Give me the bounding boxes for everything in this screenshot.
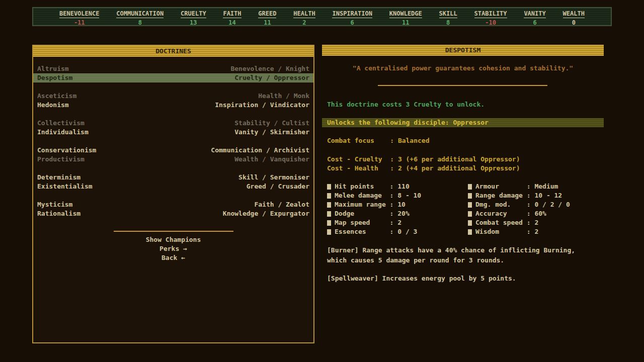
stat-label: FAITH bbox=[223, 10, 241, 18]
stat-value: 8 bbox=[446, 19, 450, 26]
stat-value: 11 bbox=[402, 19, 409, 26]
doctrine-row-altruism[interactable]: AltruismBenevolence / Knight bbox=[33, 64, 313, 73]
stat-value: 6 bbox=[533, 19, 536, 26]
doctrine-name: Rationalism bbox=[37, 209, 80, 218]
doctrine-name: Existentialism bbox=[37, 182, 93, 191]
doctrine-stat-disciple: Skill / Sermoniser bbox=[238, 173, 309, 182]
doctrine-row-determinism[interactable]: DeterminismSkill / Sermoniser bbox=[33, 173, 313, 182]
doctrine-group: CollectivismStability / CultistIndividua… bbox=[33, 119, 313, 137]
detail-panel-header: DESPOTISM bbox=[322, 45, 604, 56]
stat-label: KNOWLEDGE bbox=[389, 10, 422, 18]
doctrine-detail-panel: DESPOTISM "A centralised power guarantee… bbox=[322, 45, 604, 343]
doctrine-group: AltruismBenevolence / KnightDespotismCru… bbox=[33, 64, 313, 82]
doctrine-row-productivism[interactable]: ProductivismWealth / Vanquisher bbox=[33, 155, 313, 164]
disciple-stat-text: Armour : Medium bbox=[475, 182, 558, 191]
bullet-square-icon bbox=[468, 220, 472, 226]
doctrine-group: ConservationismCommunication / Archivist… bbox=[33, 146, 313, 164]
cost-lines: Cost - Cruelty : 3 (+6 per additional Op… bbox=[327, 155, 520, 173]
doctrine-stat-disciple: Inspiration / Vindicator bbox=[215, 101, 309, 110]
stat-label: GREED bbox=[258, 10, 276, 18]
bullet-square-icon bbox=[468, 202, 472, 208]
doctrine-row-asceticism[interactable]: AsceticismHealth / Monk bbox=[33, 92, 313, 101]
bullet-square-icon bbox=[468, 184, 472, 190]
stat-label: COMMUNICATION bbox=[116, 10, 164, 18]
disciple-stat-essences: Essences : 0 / 3 bbox=[327, 227, 421, 236]
stat-label: SKILL bbox=[439, 10, 457, 18]
menu-item-show-champions[interactable]: Show Champions bbox=[33, 235, 313, 244]
stat-stability: STABILITY-10 bbox=[474, 10, 507, 26]
game-screen: BENEVOLENCE-11COMMUNICATION8CRUELTY13FAI… bbox=[0, 0, 644, 362]
menu-item-back[interactable]: Back ← bbox=[33, 253, 313, 262]
doctrine-row-mysticism[interactable]: MysticismFaith / Zealot bbox=[33, 200, 313, 209]
doctrine-row-existentialism[interactable]: ExistentialismGreed / Crusader bbox=[33, 182, 313, 191]
doctrine-name: Despotism bbox=[37, 73, 72, 82]
doctrine-list: AltruismBenevolence / KnightDespotismCru… bbox=[33, 57, 313, 218]
bullet-square-icon bbox=[468, 211, 472, 217]
doctrine-name: Collectivism bbox=[37, 119, 85, 128]
stat-value: 8 bbox=[138, 19, 142, 26]
stat-wealth: WEALTH0 bbox=[563, 10, 585, 26]
cost-line-cost-health: Cost - Health : 2 (+4 per additional Opp… bbox=[327, 164, 520, 173]
detail-panel-title: DESPOTISM bbox=[445, 46, 480, 54]
doctrine-stat-disciple: Health / Monk bbox=[258, 92, 309, 101]
doctrine-stat-disciple: Wealth / Vanquisher bbox=[234, 155, 309, 164]
bullet-square-icon bbox=[327, 193, 331, 199]
stat-health: HEALTH2 bbox=[293, 10, 315, 26]
disciple-stat-accuracy: Accuracy : 60% bbox=[468, 209, 570, 218]
disciple-stat-text: Map speed : 2 bbox=[335, 218, 401, 227]
doctrine-name: Individualism bbox=[37, 128, 89, 137]
doctrine-row-hedonism[interactable]: HedonismInspiration / Vindicator bbox=[33, 101, 313, 110]
disciple-stat-hit-points: Hit points : 110 bbox=[327, 182, 421, 191]
doctrine-row-rationalism[interactable]: RationalismKnowledge / Expurgator bbox=[33, 209, 313, 218]
stat-label: BENEVOLENCE bbox=[59, 10, 99, 18]
bullet-square-icon bbox=[468, 229, 472, 235]
stats-column-right: Armour : MediumRange damage : 10 - 12Dmg… bbox=[468, 182, 570, 236]
doctrine-stat-disciple: Greed / Crusader bbox=[247, 182, 309, 191]
disciple-stat-dodge: Dodge : 20% bbox=[327, 209, 421, 218]
stat-value: 0 bbox=[572, 19, 576, 26]
doctrine-stat-disciple: Cruelty / Oppressor bbox=[234, 73, 309, 82]
disciple-stat-map-speed: Map speed : 2 bbox=[327, 218, 421, 227]
doctrine-name: Productivism bbox=[37, 155, 85, 164]
stat-knowledge: KNOWLEDGE11 bbox=[389, 10, 422, 26]
doctrine-group: DeterminismSkill / SermoniserExistential… bbox=[33, 173, 313, 191]
doctrine-name: Determinism bbox=[37, 173, 80, 182]
bullet-square-icon bbox=[327, 229, 331, 235]
stat-value: 2 bbox=[302, 19, 306, 26]
doctrine-name: Asceticism bbox=[37, 92, 76, 101]
stat-inspiration: INSPIRATION6 bbox=[332, 10, 372, 26]
disciple-stat-text: Dodge : 20% bbox=[335, 209, 410, 218]
stat-greed: GREED11 bbox=[258, 10, 276, 26]
doctrine-row-individualism[interactable]: IndividualismVanity / Skirmisher bbox=[33, 128, 313, 137]
ability-text: [Burner] Range attacks have a 40% chance… bbox=[327, 245, 599, 265]
doctrine-group: MysticismFaith / ZealotRationalismKnowle… bbox=[33, 200, 313, 218]
disciple-stat-text: Hit points : 110 bbox=[335, 182, 410, 191]
disciple-stat-text: Melee damage : 8 - 10 bbox=[335, 191, 421, 200]
doctrine-row-despotism[interactable]: DespotismCruelty / Oppressor bbox=[33, 73, 313, 82]
disciple-stat-combat-speed: Combat speed : 2 bbox=[468, 218, 570, 227]
doctrine-row-collectivism[interactable]: CollectivismStability / Cultist bbox=[33, 119, 313, 128]
doctrine-name: Altruism bbox=[37, 64, 69, 73]
disciple-stat-dmg-mod: Dmg. mod. : 0 / 2 / 0 bbox=[468, 200, 570, 209]
doctrine-row-conservationism[interactable]: ConservationismCommunication / Archivist bbox=[33, 146, 313, 155]
stat-label: VANITY bbox=[524, 10, 545, 18]
stat-label: WEALTH bbox=[563, 10, 585, 18]
unlock-cost-text: This doctrine costs 3 Cruelty to unlock. bbox=[327, 101, 485, 108]
disciple-stat-text: Combat speed : 2 bbox=[475, 218, 538, 227]
doctrine-quote: "A centralised power guarantees cohesion… bbox=[322, 64, 604, 72]
doctrine-stat-disciple: Vanity / Skirmisher bbox=[234, 128, 309, 137]
disciple-stat-wisdom: Wisdom : 2 bbox=[468, 227, 570, 236]
stat-value: 6 bbox=[351, 19, 354, 26]
stat-value: -10 bbox=[485, 19, 496, 26]
stat-label: HEALTH bbox=[293, 10, 315, 18]
stats-column-left: Hit points : 110Melee damage : 8 - 10Max… bbox=[327, 182, 421, 236]
stat-vanity: VANITY6 bbox=[524, 10, 545, 26]
disciple-stat-text: Essences : 0 / 3 bbox=[335, 227, 417, 236]
doctrine-stat-disciple: Faith / Zealot bbox=[254, 200, 309, 209]
ability-text: [Spellweaver] Increases energy pool by 5… bbox=[327, 274, 599, 284]
menu-separator-line bbox=[114, 231, 233, 232]
disciple-stat-armour: Armour : Medium bbox=[468, 182, 570, 191]
menu-item-perks[interactable]: Perks → bbox=[33, 244, 313, 253]
stat-value: -11 bbox=[74, 19, 85, 26]
ability-descriptions: [Burner] Range attacks have a 40% chance… bbox=[327, 245, 599, 292]
